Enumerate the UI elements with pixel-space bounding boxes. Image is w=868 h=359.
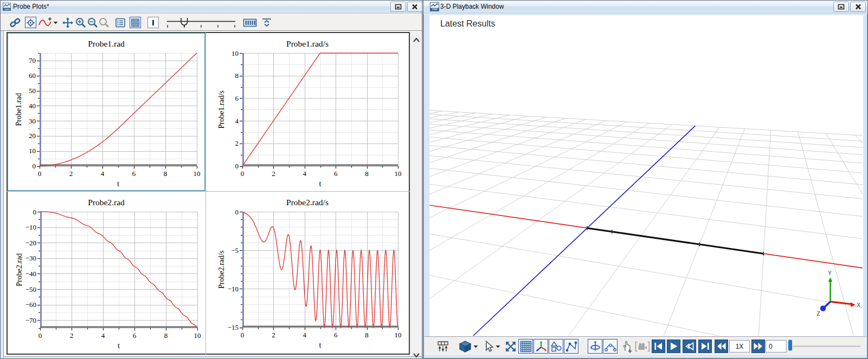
grid3d-icon: [518, 339, 533, 354]
playback-3d-view[interactable]: YXZ Latest Results: [429, 15, 863, 336]
parameters-button[interactable]: [436, 337, 450, 356]
pan-3d-button[interactable]: [619, 337, 634, 356]
plot-Probe1.rad[interactable]: 0246810010203040506070Probe1.radtProbe1.…: [8, 33, 205, 191]
svg-text:−10: −10: [228, 285, 239, 293]
trace-button[interactable]: [564, 337, 578, 356]
grid-line: [429, 117, 546, 152]
triad-z-label: Z: [816, 311, 820, 317]
geometry-button[interactable]: [549, 337, 563, 356]
zoom-in-icon: [75, 17, 87, 29]
cube-icon: [458, 340, 472, 353]
select-button[interactable]: [481, 337, 501, 356]
skip-to-start-button[interactable]: [652, 340, 665, 353]
latest-results-label: Latest Results: [440, 19, 495, 29]
vertical-scrollbar[interactable]: [410, 31, 421, 356]
step-back-button[interactable]: [683, 340, 696, 353]
grid-line: [429, 130, 863, 163]
grid-line: [429, 123, 649, 250]
svg-text:0: 0: [38, 169, 42, 178]
view-cube-button[interactable]: [458, 337, 478, 356]
plot-title: Probe1.rad/s: [286, 39, 329, 48]
restore-icon: [838, 2, 845, 12]
probe-cursor-button[interactable]: [146, 14, 159, 31]
polyline-icon: [564, 339, 578, 354]
svg-text:40: 40: [29, 102, 36, 110]
svg-text:4: 4: [101, 169, 105, 178]
svg-text:6: 6: [334, 169, 338, 178]
x-axis-label: t: [319, 179, 321, 188]
plot-Probe2.rad/s[interactable]: 0246810−15−10−50Probe2.rad/stProbe2.rad/…: [217, 198, 402, 349]
orbit-button[interactable]: [588, 337, 602, 356]
restore-button[interactable]: [390, 2, 406, 12]
legend-button[interactable]: [114, 14, 127, 31]
scroll-down-icon[interactable]: [413, 350, 420, 354]
time-value-input[interactable]: 0: [766, 340, 787, 353]
triad-z-arrow: [825, 302, 831, 308]
arc-trace-button[interactable]: [603, 337, 618, 356]
close-button[interactable]: [850, 2, 866, 12]
grid-toggle-button[interactable]: [129, 14, 142, 31]
time-slider[interactable]: [163, 14, 239, 31]
triad-y-label: Y: [828, 270, 832, 276]
orbit-icon: [588, 339, 602, 354]
plot-Probe1.rad/s[interactable]: 02468100246810Probe1.rad/stProbe1.rad/s: [217, 39, 402, 188]
rewind-button[interactable]: [715, 340, 728, 353]
probe-mode-button[interactable]: [24, 14, 37, 31]
grid-line: [430, 234, 862, 308]
timeline-slider[interactable]: [788, 339, 864, 354]
svg-text:−50: −50: [25, 285, 36, 293]
cursor-icon: [483, 340, 494, 353]
axes-3d-button[interactable]: [533, 337, 548, 356]
window-frame-bottom: [4, 356, 422, 358]
zoom-out-button[interactable]: [86, 14, 99, 31]
grid-3d-button[interactable]: [518, 337, 533, 356]
svg-text:0: 0: [241, 331, 245, 339]
svg-text:6: 6: [133, 331, 137, 340]
svg-text:2: 2: [272, 169, 275, 178]
speed-value[interactable]: 1X: [729, 340, 750, 353]
link-probes-button[interactable]: [9, 14, 22, 31]
legend-list-icon: [114, 17, 126, 29]
fast-forward-button[interactable]: [751, 340, 765, 353]
record-button: [634, 337, 651, 356]
zoom-in-button[interactable]: [74, 14, 87, 31]
svg-text:50: 50: [29, 87, 36, 95]
y-axis-label: Probe2.rad/s: [217, 251, 226, 289]
minor-grid: [242, 53, 398, 167]
fit-view-button[interactable]: [504, 337, 518, 356]
barcode-icon: [243, 17, 257, 29]
plot-toolbar: [1, 14, 422, 31]
pan-button[interactable]: [61, 14, 74, 31]
grid-line: [429, 111, 443, 114]
svg-text:10: 10: [194, 331, 201, 340]
step-back-icon: [684, 342, 695, 351]
svg-text:0: 0: [235, 162, 239, 170]
playback-titlebar[interactable]: SIM 3-D Playback Window: [423, 1, 867, 14]
fit-vertical-icon: [261, 17, 273, 29]
play-button[interactable]: [667, 340, 680, 353]
svg-text:−70: −70: [25, 316, 36, 324]
y-axis-label: Probe1.rad/s: [217, 90, 226, 128]
playback-3d-window: SIM 3-D Playback Window YXZ Latest Resul…: [423, 0, 868, 359]
close-button[interactable]: [407, 2, 422, 12]
svg-text:−5: −5: [231, 246, 239, 254]
svg-text:8: 8: [365, 169, 369, 178]
strip-mode-button[interactable]: [241, 14, 259, 31]
add-curve-button[interactable]: [38, 14, 57, 31]
svg-text:0: 0: [38, 331, 42, 340]
fit-vertical-button[interactable]: [260, 14, 273, 31]
restore-button[interactable]: [833, 2, 849, 12]
rewind-icon: [716, 342, 726, 351]
minor-grid: [40, 53, 197, 167]
svg-text:6: 6: [235, 94, 239, 102]
skip-to-end-button[interactable]: [698, 340, 712, 353]
scroll-up-icon[interactable]: [413, 35, 420, 39]
svg-text:10: 10: [395, 169, 402, 178]
svg-text:0: 0: [33, 162, 36, 170]
svg-text:2: 2: [235, 139, 239, 147]
grid-line: [758, 130, 770, 336]
probe-plots-titlebar[interactable]: SIM Probe Plots*: [1, 1, 422, 14]
svg-text:4: 4: [303, 169, 307, 178]
camera-icon: [635, 340, 650, 353]
plot-Probe2.rad[interactable]: 0246810−70−60−50−40−30−20−100Probe2.radt…: [15, 198, 201, 350]
